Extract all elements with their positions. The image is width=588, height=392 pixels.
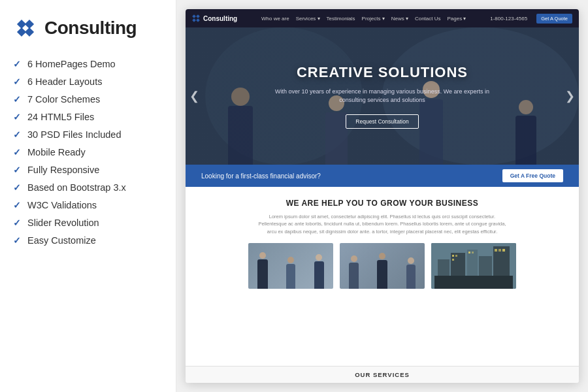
svg-rect-3 bbox=[25, 27, 34, 37]
check-icon: ✓ bbox=[13, 94, 21, 105]
logo-area: Consulting bbox=[13, 16, 163, 41]
svg-rect-4 bbox=[192, 14, 196, 18]
list-item: ✓ 6 HomePages Demo bbox=[13, 59, 163, 69]
section-text: Lorem ipsum dolor sit amet, consectetur … bbox=[258, 213, 506, 235]
nav-link-projects[interactable]: Projects ▾ bbox=[362, 16, 385, 22]
nav-link-who[interactable]: Who we are bbox=[261, 16, 289, 22]
svg-rect-15 bbox=[452, 255, 454, 257]
check-icon: ✓ bbox=[13, 235, 21, 246]
diamond-icon bbox=[13, 16, 38, 41]
hero-title: CREATIVE SOLUTIONS bbox=[271, 64, 493, 81]
list-item: ✓ Based on Bootstrap 3.x bbox=[13, 182, 163, 193]
person-figure bbox=[515, 100, 536, 165]
nav-link-pages[interactable]: Pages ▾ bbox=[448, 16, 466, 22]
svg-rect-19 bbox=[472, 252, 474, 253]
cta-strip-text: Looking for a first-class financial advi… bbox=[201, 172, 321, 180]
nav-link-services[interactable]: Services ▾ bbox=[296, 16, 320, 22]
list-item: ✓ 24 HTML5 Files bbox=[13, 112, 163, 122]
svg-rect-21 bbox=[498, 249, 501, 252]
mini-logo-text: Consulting bbox=[203, 15, 237, 22]
svg-rect-14 bbox=[434, 276, 513, 289]
hero-prev-arrow[interactable]: ❮ bbox=[189, 89, 199, 103]
section-title: WE ARE HELP YOU TO GROW YOUR BUSINESS bbox=[199, 199, 566, 208]
hero-cta-button[interactable]: Request Consultation bbox=[346, 114, 418, 129]
check-icon: ✓ bbox=[13, 112, 21, 122]
svg-rect-16 bbox=[455, 255, 457, 257]
services-title: OUR SERVICES bbox=[355, 371, 410, 378]
svg-rect-20 bbox=[495, 249, 497, 252]
person-figure bbox=[228, 88, 253, 165]
feature-label: Fully Responsive bbox=[27, 165, 99, 175]
mini-nav-links: Who we are Services ▾ Testimonials Proje… bbox=[242, 16, 485, 22]
check-icon: ✓ bbox=[13, 59, 21, 69]
right-panel: Consulting Who we are Services ▾ Testimo… bbox=[176, 0, 588, 392]
logo-text: Consulting bbox=[44, 18, 137, 39]
features-list: ✓ 6 HomePages Demo ✓ 6 Header Layouts ✓ … bbox=[13, 59, 163, 246]
building-svg bbox=[431, 243, 516, 289]
list-item: ✓ W3C Validations bbox=[13, 200, 163, 210]
hero-subtitle: With over 10 years of experience in mana… bbox=[271, 88, 493, 105]
feature-label: Easy Customize bbox=[27, 235, 96, 246]
nav-link-testimonials[interactable]: Testimonials bbox=[327, 16, 355, 22]
feature-label: 7 Color Schemes bbox=[27, 94, 100, 105]
image-row bbox=[199, 243, 566, 289]
hero-section: ❮ CREATIVE SOLUTIONS With over 10 years … bbox=[186, 27, 579, 165]
check-icon: ✓ bbox=[13, 182, 21, 193]
list-item: ✓ Slider Revolution bbox=[13, 218, 163, 228]
list-item: ✓ 30 PSD Files Included bbox=[13, 129, 163, 140]
phone-number: 1-800-123-4565 bbox=[490, 16, 527, 22]
hero-next-arrow[interactable]: ❯ bbox=[565, 89, 575, 103]
list-item: ✓ Fully Responsive bbox=[13, 165, 163, 175]
get-quote-button[interactable]: Get A Quote bbox=[536, 14, 572, 24]
nav-link-news[interactable]: News ▾ bbox=[391, 16, 408, 22]
mini-logo-icon bbox=[192, 14, 200, 22]
check-icon: ✓ bbox=[13, 165, 21, 175]
feature-label: Slider Revolution bbox=[27, 218, 99, 228]
svg-rect-22 bbox=[502, 249, 505, 252]
feature-label: Mobile Ready bbox=[27, 147, 86, 157]
list-item: ✓ 7 Color Schemes bbox=[13, 94, 163, 105]
main-content: WE ARE HELP YOU TO GROW YOUR BUSINESS Lo… bbox=[186, 187, 579, 366]
cta-strip: Looking for a first-class financial advi… bbox=[186, 165, 579, 187]
svg-rect-17 bbox=[452, 259, 454, 261]
svg-rect-7 bbox=[196, 18, 200, 22]
team-image-1 bbox=[248, 243, 333, 289]
free-quote-button[interactable]: Get A Free Quote bbox=[502, 169, 563, 182]
building-image bbox=[431, 243, 516, 289]
check-icon: ✓ bbox=[13, 76, 21, 87]
check-icon: ✓ bbox=[13, 218, 21, 228]
feature-label: Based on Bootstrap 3.x bbox=[27, 182, 126, 193]
svg-rect-18 bbox=[468, 252, 470, 253]
feature-label: W3C Validations bbox=[27, 200, 97, 210]
feature-label: 30 PSD Files Included bbox=[27, 129, 121, 140]
check-icon: ✓ bbox=[13, 200, 21, 210]
list-item: ✓ 6 Header Layouts bbox=[13, 76, 163, 87]
feature-label: 24 HTML5 Files bbox=[27, 112, 94, 122]
check-icon: ✓ bbox=[13, 147, 21, 157]
mini-navbar: Consulting Who we are Services ▾ Testimo… bbox=[186, 9, 579, 27]
feature-label: 6 HomePages Demo bbox=[27, 59, 116, 69]
hero-content: CREATIVE SOLUTIONS With over 10 years of… bbox=[252, 64, 513, 129]
svg-rect-5 bbox=[196, 14, 200, 18]
list-item: ✓ Mobile Ready bbox=[13, 147, 163, 157]
svg-rect-6 bbox=[192, 18, 196, 22]
team-image-2 bbox=[340, 243, 425, 289]
services-strip: OUR SERVICES bbox=[186, 366, 579, 383]
left-panel: Consulting ✓ 6 HomePages Demo ✓ 6 Header… bbox=[0, 0, 176, 392]
mini-logo: Consulting bbox=[192, 14, 237, 22]
browser-mockup: Consulting Who we are Services ▾ Testimo… bbox=[186, 9, 579, 383]
list-item: ✓ Easy Customize bbox=[13, 235, 163, 246]
feature-label: 6 Header Layouts bbox=[27, 76, 102, 87]
check-icon: ✓ bbox=[13, 129, 21, 140]
nav-link-contact[interactable]: Contact Us bbox=[415, 16, 441, 22]
